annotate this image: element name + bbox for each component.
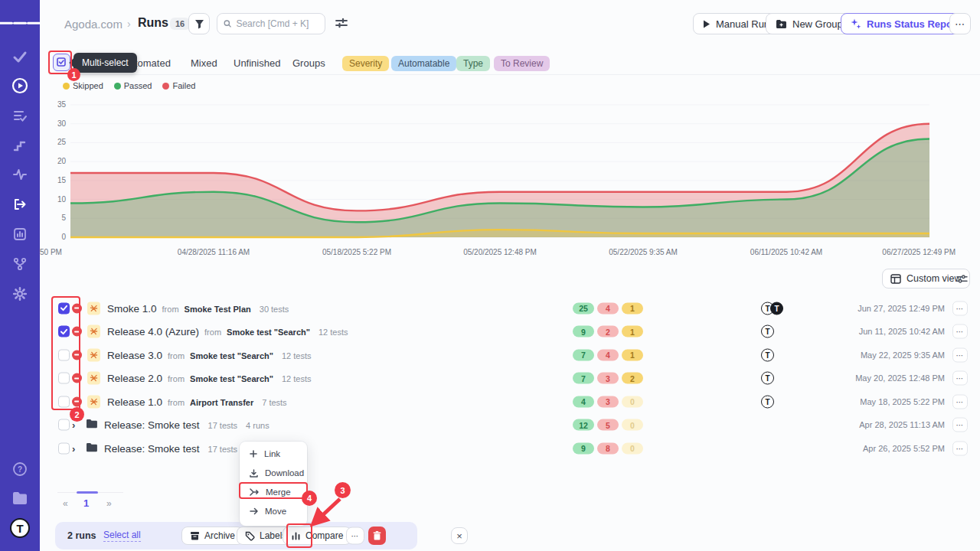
svg-text:20: 20 <box>57 157 67 165</box>
failed-status-icon <box>72 350 82 360</box>
row-more-button[interactable]: ⋯ <box>952 394 968 409</box>
skipped-badge: 0 <box>622 396 643 407</box>
expand-chevron-icon[interactable]: › <box>72 442 75 454</box>
run-name[interactable]: Smoke 1.0 <box>107 302 157 314</box>
row-checkbox[interactable] <box>58 326 70 337</box>
annotation-marker-1: 1 <box>67 68 80 81</box>
avatar: T <box>761 372 774 385</box>
annotation-marker-2: 2 <box>70 407 84 422</box>
search-input[interactable] <box>236 18 318 29</box>
row-checkbox[interactable] <box>58 373 70 384</box>
row-more-button[interactable]: ⋯ <box>952 418 968 432</box>
pill-type[interactable]: Type <box>456 56 490 71</box>
delete-button[interactable] <box>368 527 386 545</box>
menu-item-merge[interactable]: Merge <box>240 483 307 501</box>
run-name[interactable]: Release 4.0 (Azure) <box>107 326 199 337</box>
row-more-button[interactable]: ⋯ <box>952 371 968 386</box>
compare-button[interactable]: Compare <box>283 527 351 545</box>
svg-text:05/18/2025 5:22 PM: 05/18/2025 5:22 PM <box>322 248 391 256</box>
run-date: Apr 28, 2025 11:13 AM <box>859 420 945 429</box>
header-more-button[interactable]: ⋯ <box>949 13 971 34</box>
pagination-next[interactable]: » <box>106 498 112 509</box>
run-date: Jun 11, 2025 10:42 AM <box>859 327 945 336</box>
runs-play-icon[interactable] <box>11 77 28 94</box>
row-checkbox[interactable] <box>58 419 70 431</box>
row-checkbox[interactable] <box>58 349 70 360</box>
menu-icon[interactable] <box>0 20 41 27</box>
close-selection-button[interactable]: × <box>451 527 468 544</box>
runs-count-badge: 16 <box>170 18 190 30</box>
multi-select-tooltip: Multi-select <box>74 53 137 73</box>
new-group-button[interactable]: New Group <box>766 13 853 34</box>
tag-icon <box>245 531 255 541</box>
row-checkbox[interactable] <box>58 442 70 454</box>
pagination-prev[interactable]: « <box>63 498 68 509</box>
import-icon[interactable] <box>12 197 28 212</box>
run-source[interactable]: Smoke test "Search" <box>190 374 273 383</box>
row-checkbox[interactable] <box>58 396 70 407</box>
selection-count: 2 runs <box>67 530 96 541</box>
failed-badge: 5 <box>597 419 619 431</box>
multi-select-button[interactable] <box>53 54 70 71</box>
row-more-button[interactable]: ⋯ <box>952 441 968 455</box>
menu-item-move[interactable]: Move <box>240 502 307 520</box>
status-badges: 741 <box>573 349 643 360</box>
skipped-badge: 2 <box>622 373 643 384</box>
tests-check-icon[interactable] <box>12 49 28 64</box>
run-source[interactable]: Smoke Test Plan <box>185 304 251 313</box>
help-icon[interactable]: ? <box>12 461 28 477</box>
pagination-page-1[interactable]: 1 <box>83 497 89 509</box>
pulse-icon[interactable] <box>12 167 28 182</box>
row-checkbox[interactable] <box>58 302 70 314</box>
run-source[interactable]: Airport Transfer <box>190 397 253 406</box>
row-more-button[interactable]: ⋯ <box>952 324 968 339</box>
pill-to-review[interactable]: To Review <box>494 56 550 71</box>
filter-button[interactable] <box>188 13 210 34</box>
failed-dot-icon <box>162 83 169 90</box>
menu-item-download[interactable]: Download <box>240 464 307 482</box>
passed-badge: 12 <box>573 419 594 431</box>
tab-mixed[interactable]: Mixed <box>191 57 217 69</box>
test-plans-icon[interactable] <box>12 108 28 123</box>
runs-trend-chart: 05101520253035/26/2025 5:50 PM04/28/2025… <box>0 77 980 264</box>
assignee-avatars: TT <box>761 302 783 315</box>
failed-status-icon <box>72 327 82 337</box>
firework-icon <box>87 372 100 385</box>
group-name[interactable]: Release: Smoke test <box>104 442 200 454</box>
bulk-more-button[interactable]: ⋯ <box>346 527 364 545</box>
settings-gear-icon[interactable] <box>12 286 28 302</box>
status-badges: 2541 <box>573 302 643 314</box>
run-name[interactable]: Release 2.0 <box>107 373 162 384</box>
select-all-link[interactable]: Select all <box>103 530 141 542</box>
milestones-steps-icon[interactable] <box>13 139 27 152</box>
divider <box>49 74 980 75</box>
group-name[interactable]: Release: Smoke test <box>104 419 200 431</box>
projects-folder-icon[interactable] <box>11 491 28 505</box>
analytics-icon[interactable] <box>12 227 28 242</box>
status-badges: 921 <box>573 326 643 337</box>
view-settings-icon[interactable] <box>956 273 968 287</box>
run-name[interactable]: Release 1.0 <box>107 396 162 407</box>
row-more-button[interactable]: ⋯ <box>952 301 968 315</box>
svg-text:10: 10 <box>57 195 67 204</box>
row-more-button[interactable]: ⋯ <box>952 347 968 362</box>
tab-unfinished[interactable]: Unfinished <box>234 57 280 69</box>
menu-item-link[interactable]: Link <box>240 445 307 463</box>
page-title: Runs <box>138 16 168 30</box>
archive-button[interactable]: Archive <box>181 527 243 545</box>
passed-badge: 7 <box>573 373 594 384</box>
assignee-avatars: T <box>761 395 774 408</box>
breadcrumb-project[interactable]: Agoda.com <box>64 18 122 31</box>
tab-groups[interactable]: Groups <box>292 57 325 69</box>
branches-icon[interactable] <box>12 256 28 272</box>
search-box[interactable] <box>217 13 325 34</box>
pill-automatable[interactable]: Automatable <box>391 56 456 71</box>
filter-settings-icon[interactable] <box>335 18 348 31</box>
svg-text:25: 25 <box>57 138 67 146</box>
run-name[interactable]: Release 3.0 <box>107 349 162 360</box>
run-source[interactable]: Smoke test "Search" <box>190 350 273 360</box>
profile-avatar[interactable]: T <box>10 518 30 538</box>
passed-badge: 25 <box>573 302 594 314</box>
pill-severity[interactable]: Severity <box>342 56 389 71</box>
run-source[interactable]: Smoke test "Search" <box>227 328 310 337</box>
